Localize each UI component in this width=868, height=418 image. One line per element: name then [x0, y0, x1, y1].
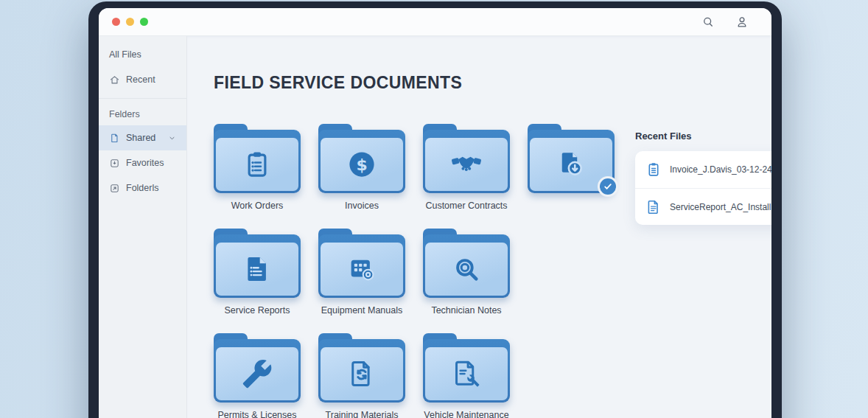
folder-row: Permits & LicensesTraining MaterialsVehi… — [214, 333, 771, 418]
folder-graphic — [528, 124, 615, 193]
sidebar-item-recent[interactable]: Recent — [99, 67, 186, 92]
clipboard-file-icon — [645, 161, 662, 178]
check-icon — [603, 181, 613, 192]
dollar-icon: $ — [346, 149, 377, 180]
folder-graphic — [423, 333, 510, 403]
folder-label: Vehicle Maintenance — [423, 410, 510, 418]
folder-vehicle-maintenance[interactable]: Vehicle Maintenance — [423, 333, 510, 418]
magnifier-icon — [451, 254, 482, 285]
folder-graphic — [214, 229, 301, 298]
wrench-icon — [242, 358, 273, 389]
svg-text:$: $ — [356, 156, 367, 174]
sidebar-item-label: Shared — [126, 133, 155, 143]
training-icon — [346, 358, 377, 389]
app-window: All Files Recent Felders Shared — [99, 8, 771, 418]
folder-permits-licenses[interactable]: Permits & Licenses — [214, 333, 301, 418]
search-icon[interactable] — [701, 15, 715, 29]
recent-files-card: Invoice_J.Davis_03-12-24.pdf ServiceRepo… — [635, 151, 771, 225]
folder-label: Training Materials — [318, 410, 405, 418]
folder-technician-notes[interactable]: Technician Notes — [423, 229, 510, 316]
home-icon — [109, 74, 120, 86]
folderls-folder-icon — [109, 183, 120, 194]
vehicle-icon — [451, 358, 482, 389]
desktop-background: All Files Recent Felders Shared — [0, 0, 868, 418]
folder-graphic — [214, 333, 301, 403]
recent-file-name: ServiceReport_AC_Install.pdf — [670, 202, 771, 212]
folder-label: Customer Contracts — [423, 201, 510, 211]
sidebar-item-label: Favorites — [126, 158, 164, 168]
folder-service-reports[interactable]: Service Reports — [214, 229, 301, 316]
sidebar-item-label: Folderls — [126, 183, 158, 193]
folder-label: Invoices — [318, 201, 405, 211]
chevron-down-icon[interactable] — [168, 134, 176, 142]
recent-file-item[interactable]: Invoice_J.Davis_03-12-24.pdf — [635, 151, 771, 188]
folder-graphic — [318, 333, 405, 403]
sidebar-item-label: Recent — [126, 74, 155, 85]
page-title: FIELD SERVICE DOCUMENTS — [214, 73, 771, 93]
sidebar-item-folderls[interactable]: Folderls — [99, 175, 186, 201]
clipboard-icon — [242, 149, 273, 180]
titlebar — [99, 8, 771, 36]
sidebar-item-favorites[interactable]: Favorites — [99, 150, 186, 175]
window-body: All Files Recent Felders Shared — [99, 36, 771, 418]
folder-equipment-manuals[interactable]: Equipment Manuals — [318, 229, 405, 316]
folder-graphic — [318, 229, 405, 298]
shared-file-icon — [109, 133, 120, 144]
folder-row: Service ReportsEquipment ManualsTechnici… — [214, 229, 771, 316]
zoom-button[interactable] — [140, 18, 148, 26]
document-file-icon — [645, 199, 662, 215]
document-download-icon — [556, 149, 587, 180]
folder-label: Equipment Manuals — [318, 305, 405, 316]
sidebar-item-shared[interactable]: Shared — [99, 125, 186, 150]
recent-file-name: Invoice_J.Davis_03-12-24.pdf — [670, 164, 771, 175]
recent-files-panel: Recent Files Invoice_J.Davis_03-12-24.pd… — [635, 130, 771, 225]
folder-customer-contracts[interactable]: Customer Contracts — [423, 124, 510, 211]
folder-work-orders[interactable]: Work Orders — [214, 124, 301, 211]
favorites-folder-icon — [109, 158, 120, 169]
folder-graphic — [423, 124, 510, 193]
folder-training-materials[interactable]: Training Materials — [318, 333, 405, 418]
main-content: FIELD SERVICE DOCUMENTS Work Orders$Invo… — [187, 36, 771, 418]
traffic-lights — [112, 18, 148, 26]
close-button[interactable] — [112, 18, 120, 26]
report-icon — [242, 254, 273, 285]
folder-label: Permits & Licenses — [214, 410, 301, 418]
sidebar-divider — [99, 98, 186, 99]
sidebar-section-label: Felders — [99, 105, 186, 125]
titlebar-actions — [701, 15, 758, 29]
folder-label: Service Reports — [214, 305, 301, 316]
folder-graphic: $ — [318, 124, 405, 193]
folder-graphic — [423, 229, 510, 298]
recent-file-item[interactable]: ServiceReport_AC_Install.pdf — [635, 188, 771, 225]
minimize-button[interactable] — [126, 18, 134, 26]
sidebar-item-label: All Files — [109, 49, 141, 60]
app-window-frame: All Files Recent Felders Shared — [88, 1, 782, 418]
sidebar-item-all-files[interactable]: All Files — [99, 42, 186, 67]
sync-check-badge — [598, 176, 618, 197]
sidebar: All Files Recent Felders Shared — [99, 36, 187, 418]
recent-files-title: Recent Files — [635, 130, 771, 142]
folder-graphic — [214, 124, 301, 193]
folder-invoices[interactable]: $Invoices — [318, 124, 405, 211]
folder-label: Work Orders — [214, 201, 301, 211]
folder-synced[interactable] — [528, 124, 615, 211]
folder-label: Technician Notes — [423, 305, 510, 316]
handshake-icon — [451, 149, 482, 180]
user-icon[interactable] — [735, 15, 749, 29]
equipment-icon — [346, 254, 377, 285]
